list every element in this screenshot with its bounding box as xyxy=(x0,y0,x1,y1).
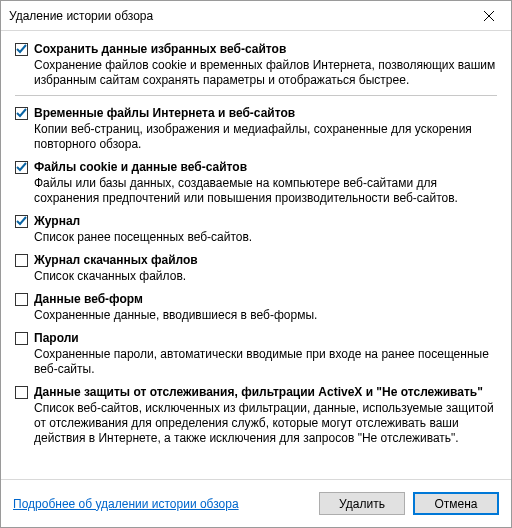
option-item: Файлы cookie и данные веб-сайтовФайлы ил… xyxy=(15,159,497,206)
titlebar: Удаление истории обзора xyxy=(1,1,511,31)
option-item: Журнал скачанных файловСписок скачанных … xyxy=(15,252,497,284)
option-item: ЖурналСписок ранее посещенных веб-сайтов… xyxy=(15,213,497,245)
checkbox[interactable] xyxy=(15,332,28,345)
checkbox[interactable] xyxy=(15,215,28,228)
option-row: Сохранить данные избранных веб-сайтов xyxy=(15,41,497,57)
option-description: Сохраненные данные, вводившиеся в веб-фо… xyxy=(34,308,497,323)
option-label[interactable]: Файлы cookie и данные веб-сайтов xyxy=(34,159,247,175)
dialog-footer: Подробнее об удалении истории обзора Уда… xyxy=(1,479,511,527)
option-row: Файлы cookie и данные веб-сайтов xyxy=(15,159,497,175)
option-label[interactable]: Данные защиты от отслеживания, фильтраци… xyxy=(34,384,483,400)
checkbox[interactable] xyxy=(15,43,28,56)
learn-more-link[interactable]: Подробнее об удалении истории обзора xyxy=(13,497,239,511)
option-item: Данные веб-формСохраненные данные, вводи… xyxy=(15,291,497,323)
option-description: Список веб-сайтов, исключенных из фильтр… xyxy=(34,401,497,446)
option-row: Данные защиты от отслеживания, фильтраци… xyxy=(15,384,497,400)
option-row: Журнал xyxy=(15,213,497,229)
option-description: Файлы или базы данных, создаваемые на ко… xyxy=(34,176,497,206)
option-item: Данные защиты от отслеживания, фильтраци… xyxy=(15,384,497,446)
dialog-content: Сохранить данные избранных веб-сайтовСох… xyxy=(1,31,511,479)
option-label[interactable]: Временные файлы Интернета и веб-сайтов xyxy=(34,105,295,121)
option-description: Сохранение файлов cookie и временных фай… xyxy=(34,58,497,88)
option-item: ПаролиСохраненные пароли, автоматически … xyxy=(15,330,497,377)
close-button[interactable] xyxy=(466,1,511,31)
option-row: Пароли xyxy=(15,330,497,346)
option-item: Временные файлы Интернета и веб-сайтовКо… xyxy=(15,105,497,152)
dialog-window: Удаление истории обзора Сохранить данные… xyxy=(0,0,512,528)
cancel-button[interactable]: Отмена xyxy=(413,492,499,515)
option-description: Сохраненные пароли, автоматически вводим… xyxy=(34,347,497,377)
option-item: Сохранить данные избранных веб-сайтовСох… xyxy=(15,41,497,88)
checkbox[interactable] xyxy=(15,386,28,399)
checkbox[interactable] xyxy=(15,161,28,174)
option-label[interactable]: Журнал скачанных файлов xyxy=(34,252,198,268)
window-title: Удаление истории обзора xyxy=(1,9,466,23)
checkbox[interactable] xyxy=(15,254,28,267)
option-label[interactable]: Данные веб-форм xyxy=(34,291,143,307)
separator xyxy=(15,95,497,96)
option-row: Временные файлы Интернета и веб-сайтов xyxy=(15,105,497,121)
checkbox[interactable] xyxy=(15,293,28,306)
option-row: Данные веб-форм xyxy=(15,291,497,307)
option-description: Копии веб-страниц, изображения и медиафа… xyxy=(34,122,497,152)
close-icon xyxy=(484,11,494,21)
option-label[interactable]: Пароли xyxy=(34,330,79,346)
option-label[interactable]: Журнал xyxy=(34,213,80,229)
option-row: Журнал скачанных файлов xyxy=(15,252,497,268)
option-description: Список скачанных файлов. xyxy=(34,269,497,284)
checkbox[interactable] xyxy=(15,107,28,120)
option-description: Список ранее посещенных веб-сайтов. xyxy=(34,230,497,245)
delete-button[interactable]: Удалить xyxy=(319,492,405,515)
option-label[interactable]: Сохранить данные избранных веб-сайтов xyxy=(34,41,286,57)
